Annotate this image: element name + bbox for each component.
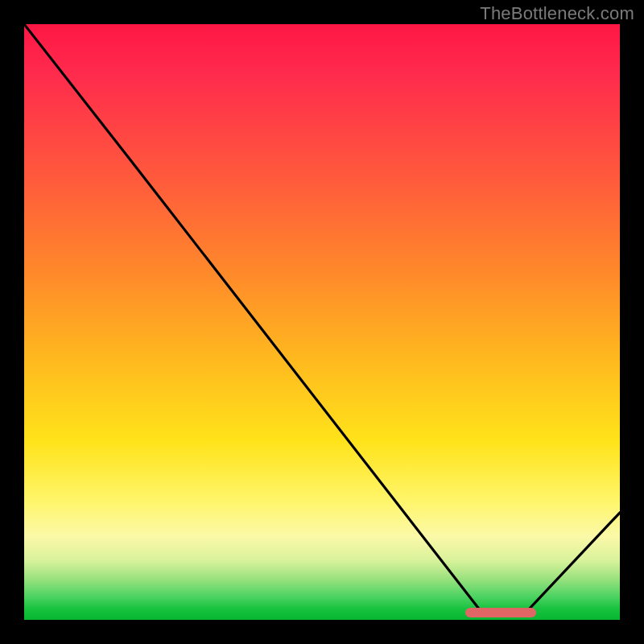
heat-gradient xyxy=(24,24,620,620)
attribution-text: TheBottleneck.com xyxy=(480,3,634,24)
optimal-range-marker xyxy=(465,608,537,617)
plot-area xyxy=(24,24,620,620)
chart-stage: TheBottleneck.com xyxy=(0,0,644,644)
